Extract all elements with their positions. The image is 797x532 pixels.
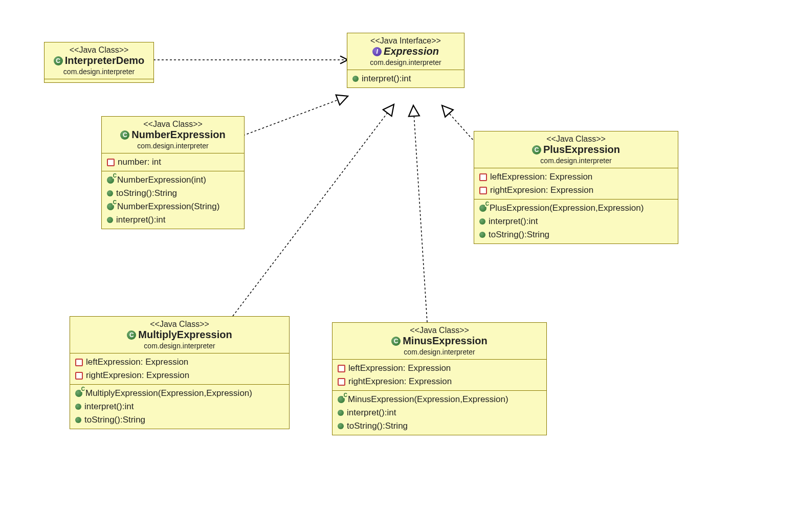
method-tostring: toString():String	[338, 419, 541, 433]
realize-plus-expression	[442, 105, 478, 146]
class-interpreterdemo[interactable]: <<Java Class>> C InterpreterDemo com.des…	[44, 42, 154, 83]
class-minusexpression[interactable]: <<Java Class>> C MinusExpression com.des…	[332, 322, 547, 435]
field-label: leftExpression: Expression	[86, 357, 188, 367]
method-interpret: interpret():int	[338, 406, 541, 419]
interface-title: I Expression	[372, 46, 439, 57]
package-label: com.design.interpreter	[338, 348, 541, 356]
package-label: com.design.interpreter	[50, 68, 148, 76]
class-name: NumberExpression	[131, 129, 225, 141]
private-field-icon	[107, 159, 115, 166]
class-title: C NumberExpression	[120, 129, 225, 141]
realize-multiply-expression	[233, 104, 394, 316]
package-label: com.design.interpreter	[479, 157, 673, 165]
ctor-label: PlusExpression(Expression,Expression)	[490, 203, 644, 213]
class-name: MultiplyExpression	[138, 329, 232, 341]
stereotype: <<Java Class>>	[107, 120, 239, 129]
field-left: leftExpression: Expression	[338, 362, 541, 375]
field-right: rightExpresion: Expression	[479, 184, 673, 197]
stereotype: <<Java Class>>	[479, 135, 673, 144]
method-icon	[75, 417, 81, 423]
private-field-icon	[338, 378, 345, 386]
private-field-icon	[338, 365, 345, 372]
method-icon	[352, 76, 359, 82]
method-icon	[107, 190, 113, 196]
uml-diagram-canvas: <<Java Class>> C InterpreterDemo com.des…	[0, 0, 797, 532]
field-label: rightExpresion: Expression	[86, 370, 189, 381]
method-tostring: toString():String	[107, 187, 239, 200]
private-field-icon	[75, 359, 83, 366]
method-tostring: toString():String	[75, 413, 284, 427]
method-icon	[479, 218, 485, 225]
class-name: InterpreterDemo	[65, 55, 145, 66]
field-label: rightExpresion: Expression	[348, 376, 452, 387]
class-icon: C	[54, 56, 63, 65]
field-label: leftExpression: Expression	[490, 172, 592, 182]
field-left: leftExpression: Expression	[75, 356, 284, 369]
stereotype: <<Java Interface>>	[352, 36, 459, 46]
method-label: interpret():int	[362, 74, 411, 84]
ctor-int: C NumberExpression(int)	[107, 173, 239, 187]
class-name: MinusExpression	[403, 335, 488, 347]
method-label: interpret():int	[347, 408, 396, 418]
constructor-icon: C	[479, 205, 486, 212]
field-number: number: int	[107, 156, 239, 169]
private-field-icon	[479, 173, 487, 181]
package-label: com.design.interpreter	[107, 142, 239, 150]
interface-expression[interactable]: <<Java Interface>> I Expression com.desi…	[347, 33, 464, 88]
field-label: leftExpression: Expression	[348, 363, 451, 373]
method-label: toString():String	[116, 188, 177, 198]
stereotype: <<Java Class>>	[75, 320, 284, 329]
method-interpret: interpret():int	[479, 215, 673, 228]
class-plusexpression[interactable]: <<Java Class>> C PlusExpression com.desi…	[474, 131, 678, 244]
class-multiplyexpression[interactable]: <<Java Class>> C MultiplyExpression com.…	[70, 316, 290, 429]
class-title: C InterpreterDemo	[54, 55, 145, 66]
stereotype: <<Java Class>>	[338, 326, 541, 335]
field-label: number: int	[118, 157, 161, 167]
method-label: toString():String	[347, 421, 408, 431]
method-tostring: toString():String	[479, 228, 673, 241]
class-icon: C	[391, 337, 401, 346]
ctor: C PlusExpression(Expression,Expression)	[479, 202, 673, 215]
method-icon	[338, 423, 344, 429]
interface-name: Expression	[384, 46, 439, 57]
field-right: rightExpresion: Expression	[338, 375, 541, 388]
class-icon: C	[120, 130, 129, 140]
ctor-label: MinusExpression(Expression,Expression)	[348, 394, 508, 405]
method-label: toString():String	[84, 415, 145, 425]
footer-strip	[45, 79, 153, 82]
method-label: interpret():int	[489, 216, 538, 227]
method-interpret: interpret():int	[107, 213, 239, 227]
private-field-icon	[75, 372, 83, 380]
realize-minus-expression	[413, 105, 427, 322]
realize-number-expression	[243, 96, 348, 136]
private-field-icon	[479, 187, 487, 194]
constructor-icon: C	[338, 396, 345, 403]
package-label: com.design.interpreter	[75, 342, 284, 350]
class-name: PlusExpression	[543, 144, 620, 156]
ctor-label: NumberExpression(String)	[117, 202, 219, 212]
method-label: interpret():int	[116, 215, 165, 225]
method-icon	[479, 232, 485, 238]
ctor: C MultiplyExpression(Expression,Expressi…	[75, 387, 284, 400]
ctor-label: NumberExpression(int)	[117, 175, 206, 185]
class-title: C PlusExpression	[532, 144, 620, 156]
method-icon	[75, 404, 81, 410]
constructor-icon: C	[107, 203, 114, 210]
field-right: rightExpresion: Expression	[75, 369, 284, 382]
field-left: leftExpression: Expression	[479, 170, 673, 184]
method-icon	[107, 217, 113, 223]
method-interpret: interpret():int	[352, 72, 459, 85]
constructor-icon: C	[107, 176, 114, 184]
ctor-string: C NumberExpression(String)	[107, 200, 239, 213]
class-numberexpression[interactable]: <<Java Class>> C NumberExpression com.de…	[101, 116, 245, 229]
field-label: rightExpresion: Expression	[490, 185, 593, 195]
method-interpret: interpret():int	[75, 400, 284, 413]
class-title: C MinusExpression	[391, 335, 488, 347]
package-label: com.design.interpreter	[352, 58, 459, 66]
method-icon	[338, 410, 344, 416]
interface-icon: I	[372, 47, 382, 56]
method-label: toString():String	[489, 230, 549, 240]
stereotype: <<Java Class>>	[50, 46, 148, 55]
method-label: interpret():int	[84, 402, 134, 412]
class-title: C MultiplyExpression	[127, 329, 232, 341]
